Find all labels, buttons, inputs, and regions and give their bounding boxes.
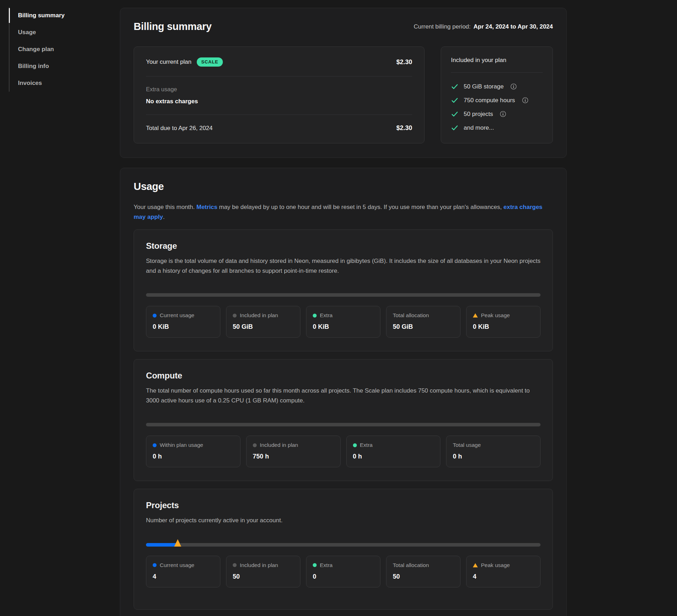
stat-card: Extra 0 h [346, 436, 441, 467]
included-item-label: 750 compute hours [464, 97, 515, 104]
stat-value: 0 KiB [153, 323, 214, 331]
projects-progress-bar [146, 543, 541, 547]
divider [451, 72, 543, 73]
projects-section-description: Number of projects currently active in y… [146, 516, 541, 525]
peak-usage-triangle-icon [473, 563, 478, 567]
storage-section-title: Storage [146, 241, 541, 251]
extra-usage-label: Extra usage [146, 86, 412, 93]
sidebar-item-invoices[interactable]: Invoices [10, 75, 112, 92]
sidebar-item-usage[interactable]: Usage [10, 24, 112, 41]
included-item-label: 50 GiB storage [464, 83, 504, 90]
included-item-label: and more... [464, 124, 494, 131]
stat-card: Total allocation 50 [386, 556, 461, 587]
stat-value: 4 [153, 573, 214, 580]
compute-stats-row: Within plan usage 0 h Included in plan 7… [146, 436, 541, 467]
projects-progress-fill [146, 543, 178, 547]
extra-usage-value: No extras charges [146, 98, 412, 105]
usage-description-text: . [163, 214, 165, 220]
included-in-plan-dot-icon [233, 563, 237, 567]
billing-period-value: Apr 24, 2024 to Apr 30, 2024 [474, 23, 553, 30]
compute-section: Compute The total number of compute hour… [134, 359, 553, 481]
sidebar-item-billing-info[interactable]: Billing info [10, 58, 112, 75]
stat-label: Peak usage [481, 312, 510, 319]
billing-page: Billing summary Usage Change plan Billin… [0, 0, 677, 616]
stat-card: Included in plan 50 [226, 556, 300, 587]
compute-section-title: Compute [146, 371, 541, 381]
billing-cards-row: Your current plan SCALE $2.30 Extra usag… [134, 47, 553, 143]
divider [146, 115, 412, 115]
info-icon[interactable] [522, 97, 529, 104]
stat-label: Current usage [160, 562, 194, 568]
stat-label: Total usage [453, 442, 481, 448]
storage-progress-bar [146, 293, 541, 297]
stat-card: Peak usage 4 [466, 556, 541, 587]
check-icon [451, 110, 458, 118]
stat-card: Total allocation 50 GiB [386, 306, 461, 338]
divider [146, 76, 412, 76]
total-due-label: Total due to Apr 26, 2024 [146, 125, 213, 132]
plan-amount: $2.30 [396, 58, 412, 66]
stat-value: 0 h [353, 453, 434, 460]
stat-label: Extra [320, 312, 333, 319]
compute-progress-bar [146, 423, 541, 426]
list-item: 750 compute hours [451, 93, 543, 107]
stat-value: 50 GiB [393, 323, 454, 331]
storage-stats-row: Current usage 0 KiB Included in plan 50 … [146, 306, 541, 338]
billing-summary-card: Billing summary Current billing period:A… [120, 8, 567, 158]
included-in-plan-card: Included in your plan 50 GiB storage 750… [441, 47, 553, 143]
usage-description-text: Your usage this month. [134, 204, 196, 210]
peak-usage-marker-icon [174, 539, 181, 547]
stat-label: Within plan usage [160, 442, 203, 448]
check-icon [451, 83, 458, 90]
total-due-amount: $2.30 [396, 124, 412, 132]
billing-period-label: Current billing period: [414, 23, 471, 30]
current-plan-label: Your current plan [146, 58, 191, 66]
usage-description-text: may be delayed by up to one hour and wil… [218, 204, 504, 210]
stat-card: Total usage 0 h [446, 436, 541, 467]
stat-label: Included in plan [240, 312, 278, 319]
stat-value: 0 h [153, 453, 234, 460]
extra-dot-icon [353, 443, 357, 447]
stat-value: 50 GiB [233, 323, 294, 331]
storage-section: Storage Storage is the total volume of d… [134, 229, 553, 351]
peak-usage-triangle-icon [473, 313, 478, 318]
list-item: 50 projects [451, 107, 543, 121]
stat-value: 0 [313, 573, 374, 580]
stat-label: Extra [320, 562, 333, 568]
usage-card: Usage Your usage this month. Metrics may… [120, 168, 567, 616]
stat-label: Total allocation [393, 562, 429, 568]
check-icon [451, 97, 458, 104]
stat-card: Extra 0 [306, 556, 380, 587]
included-item-label: 50 projects [464, 111, 493, 118]
stat-value: 50 [393, 573, 454, 580]
sidebar-item-change-plan[interactable]: Change plan [10, 41, 112, 58]
stat-label: Included in plan [260, 442, 298, 448]
sidebar-nav: Billing summary Usage Change plan Billin… [9, 7, 112, 92]
stat-card: Included in plan 50 GiB [226, 306, 300, 338]
list-item: 50 GiB storage [451, 80, 543, 93]
billing-period: Current billing period:Apr 24, 2024 to A… [414, 23, 553, 30]
metrics-link[interactable]: Metrics [196, 204, 218, 210]
usage-description: Your usage this month. Metrics may be de… [134, 202, 546, 222]
stat-label: Current usage [160, 312, 194, 319]
sidebar-item-billing-summary[interactable]: Billing summary [10, 7, 112, 24]
usage-title: Usage [134, 181, 553, 192]
included-in-plan-dot-icon [233, 314, 237, 318]
info-icon[interactable] [500, 111, 506, 117]
projects-section: Projects Number of projects currently ac… [134, 489, 553, 610]
check-icon [451, 124, 458, 131]
stat-label: Extra [360, 442, 373, 448]
list-item: and more... [451, 121, 543, 135]
billing-summary-header: Billing summary Current billing period:A… [134, 21, 553, 32]
total-due-row: Total due to Apr 26, 2024 $2.30 [146, 124, 412, 132]
current-usage-dot-icon [153, 563, 157, 567]
extra-dot-icon [313, 314, 317, 318]
main-content: Billing summary Current billing period:A… [120, 8, 567, 616]
stat-card: Current usage 4 [146, 556, 220, 587]
projects-stats-row: Current usage 4 Included in plan 50 Extr… [146, 556, 541, 587]
info-icon[interactable] [510, 83, 517, 90]
stat-value: 750 h [253, 453, 334, 460]
stat-card: Extra 0 KiB [306, 306, 380, 338]
stat-value: 4 [473, 573, 534, 580]
stat-value: 0 KiB [473, 323, 534, 331]
